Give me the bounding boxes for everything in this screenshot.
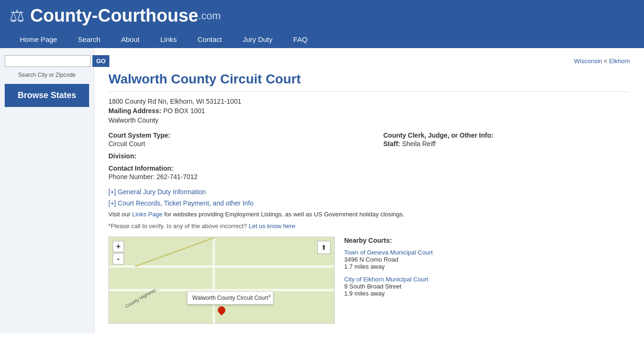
search-label: Search City or Zipcode	[5, 72, 89, 78]
info-grid: Court System Type: Circuit Court Divisio…	[108, 132, 630, 181]
staff-line: Staff: Sheila Reiff	[383, 140, 630, 148]
county-name: Walworth County	[108, 116, 630, 124]
breadcrumb: Wisconsin < Elkhorn	[108, 58, 630, 65]
map-zoom-in[interactable]: +	[113, 241, 124, 252]
browse-states-button[interactable]: Browse States	[5, 84, 89, 107]
phone-label: Phone Number:	[108, 173, 157, 181]
phone-line: Phone Number: 262-741-7012	[108, 173, 355, 181]
search-input[interactable]	[5, 55, 91, 67]
map-zoom-out[interactable]: -	[113, 253, 124, 264]
nearby-court-1-distance: 1.7 miles away	[344, 263, 630, 270]
mailing-address-line: Mailing Address: PO BOX 1001	[108, 107, 630, 115]
nav-faq[interactable]: FAQ	[283, 31, 318, 48]
header: ⚖ County-Courthouse .com Home Page Searc…	[0, 0, 644, 48]
logo-area: ⚖ County-Courthouse .com	[9, 6, 635, 31]
site-name: County-Courthouse	[30, 6, 198, 26]
nearby-court-1-link[interactable]: Town of Geneva Municipal Court	[344, 249, 630, 256]
nav-links[interactable]: Links	[150, 31, 187, 48]
content-area: Wisconsin < Elkhorn Walworth County Circ…	[94, 48, 644, 333]
phone-value: 262-741-7012	[157, 173, 198, 181]
links-text-after: for websites providing Employment Listin…	[164, 211, 404, 218]
court-system-label: Court System Type:	[108, 132, 355, 139]
verify-static: *Please call to verify. Is any of the ab…	[108, 222, 247, 230]
court-records-link[interactable]: [+] Court Records, Ticket Payment, and o…	[108, 199, 630, 207]
right-info-col: County Clerk, Judge, or Other Info: Staf…	[383, 132, 630, 181]
nav-jury[interactable]: Jury Duty	[232, 31, 283, 48]
left-info-col: Court System Type: Circuit Court Divisio…	[108, 132, 355, 181]
jury-duty-link[interactable]: [+] General Jury Duty Information	[108, 188, 630, 196]
nearby-title: Nearby Courts:	[344, 237, 630, 244]
nearby-court-2: City of Elkhorn Municipal Court 9 South …	[344, 276, 630, 297]
scales-icon: ⚖	[9, 6, 25, 26]
division-label: Division:	[108, 152, 355, 160]
links-page-link[interactable]: Links Page	[132, 211, 162, 218]
court-address: 1800 County Rd Nn, Elkhorn, WI 53121-100…	[108, 98, 630, 105]
county-clerk-label: County Clerk, Judge, or Other Info:	[383, 132, 630, 139]
search-container: GO	[5, 55, 89, 67]
mailing-label: Mailing Address:	[108, 107, 161, 115]
fullscreen-icon: ⬆	[321, 244, 327, 251]
let-us-know-link[interactable]: Let us know here	[248, 222, 295, 230]
map-road-3	[213, 237, 215, 323]
staff-label: Staff:	[383, 140, 402, 148]
contact-label: Contact Information:	[108, 165, 355, 172]
nav-search[interactable]: Search	[67, 31, 111, 48]
map-fullscreen-button[interactable]: ⬆	[317, 241, 330, 254]
site-domain: .com	[198, 10, 221, 22]
map-road-1	[109, 265, 334, 268]
links-text: Visit our Links Page for websites provid…	[108, 211, 630, 218]
breadcrumb-city[interactable]: Elkhorn	[609, 58, 630, 65]
mailing-value: PO BOX 1001	[163, 107, 205, 115]
nearby-court-1-address: 3496 N Como Road	[344, 256, 630, 263]
main-container: GO Search City or Zipcode Browse States …	[0, 48, 644, 333]
map-popup-text: Walworth County Circuit Court	[192, 295, 268, 301]
court-system-value: Circuit Court	[108, 140, 355, 148]
nearby-court-2-distance: 1.9 miles away	[344, 290, 630, 297]
map-popup: x Walworth County Circuit Court	[187, 291, 273, 304]
map-controls: + -	[113, 241, 124, 264]
nearby-court-1: Town of Geneva Municipal Court 3496 N Co…	[344, 249, 630, 270]
nav-home[interactable]: Home Page	[9, 31, 67, 48]
links-text-before: Visit our	[108, 211, 132, 218]
breadcrumb-separator: <	[602, 58, 609, 65]
breadcrumb-state[interactable]: Wisconsin	[574, 58, 602, 65]
nearby-court-2-address: 9 South Broad Street	[344, 283, 630, 290]
nav-about[interactable]: About	[111, 31, 150, 48]
sidebar: GO Search City or Zipcode Browse States	[0, 48, 94, 333]
bottom-section: County Highway... + - ⬆ x Walworth Count…	[108, 237, 630, 324]
verify-text: *Please call to verify. Is any of the ab…	[108, 222, 630, 230]
nav-contact[interactable]: Contact	[187, 31, 232, 48]
staff-value: Sheila Reiff	[402, 140, 436, 148]
nearby-courts: Nearby Courts: Town of Geneva Municipal …	[344, 237, 630, 324]
main-nav: Home Page Search About Links Contact Jur…	[9, 31, 635, 48]
map-container: County Highway... + - ⬆ x Walworth Count…	[108, 237, 335, 324]
nearby-court-2-link[interactable]: City of Elkhorn Municipal Court	[344, 276, 630, 283]
court-title: Walworth County Circuit Court	[108, 72, 630, 92]
map-popup-close[interactable]: x	[268, 293, 271, 298]
